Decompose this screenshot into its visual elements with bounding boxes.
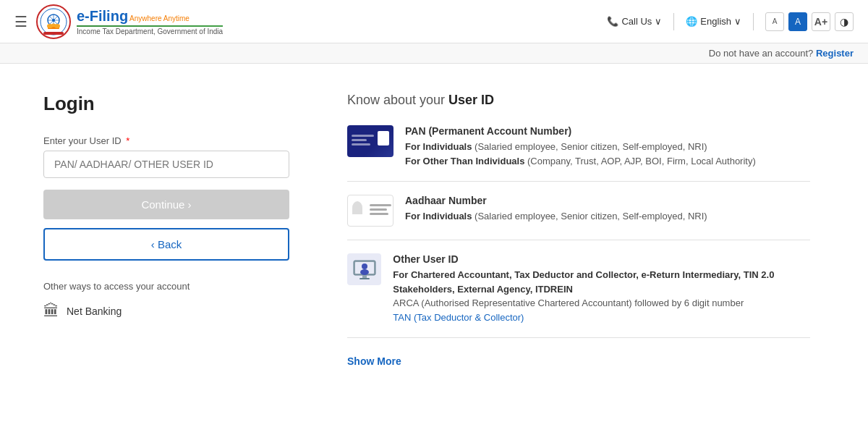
svg-point-15 <box>362 263 367 269</box>
other-user-for-label: For Chartered Accountant, Tax Deductor a… <box>393 269 774 295</box>
net-banking-item[interactable]: 🏛 Net Banking <box>43 302 289 321</box>
show-more-link[interactable]: Show More <box>347 355 401 367</box>
globe-icon: 🌐 <box>686 16 697 27</box>
bank-icon: 🏛 <box>43 302 59 321</box>
net-banking-label: Net Banking <box>67 305 122 317</box>
svg-rect-17 <box>362 275 367 278</box>
font-controls: A A A+ ◑ <box>765 12 854 31</box>
language-selector[interactable]: 🌐 English ∨ <box>686 16 741 27</box>
top-navigation-bar: ☰ <box>0 0 868 43</box>
other-user-line3: TAN (Tax Deductor & Collector) <box>393 311 810 325</box>
efiling-gov-label: Income Tax Department, Government of Ind… <box>77 28 223 35</box>
header-left: ☰ <box>14 4 223 39</box>
aadhaar-line1: For Individuals (Salaried employee, Seni… <box>405 209 707 224</box>
aadhaar-info-text: Aadhaar Number For Individuals (Salaried… <box>405 195 707 224</box>
divider-2 <box>753 13 754 30</box>
contrast-button[interactable]: ◑ <box>835 12 854 31</box>
pan-heading: PAN (Permanent Account Number) <box>405 125 756 137</box>
other-user-info-text: Other User ID For Chartered Accountant, … <box>393 253 810 324</box>
svg-rect-18 <box>359 278 370 279</box>
aadhaar-info-item: Aadhaar Number For Individuals (Salaried… <box>347 195 810 240</box>
pan-for-individuals: For Individuals <box>405 141 472 152</box>
efiling-brand: e-Filing Anywhere Anytime Income Tax Dep… <box>77 8 223 35</box>
pan-info-text: PAN (Permanent Account Number) For Indiv… <box>405 125 756 168</box>
info-title-prefix: Know about your <box>347 93 448 107</box>
sub-bar: Do not have an account? Register <box>0 43 868 64</box>
aadhaar-heading: Aadhaar Number <box>405 195 707 206</box>
logo-area: e-Filing Anywhere Anytime Income Tax Dep… <box>36 4 223 39</box>
login-title: Login <box>43 93 289 115</box>
info-panel-title: Know about your User ID <box>347 93 810 108</box>
emblem-icon <box>36 4 71 39</box>
aadhaar-for-individuals: For Individuals <box>405 211 472 222</box>
efiling-underline <box>77 25 223 27</box>
register-link[interactable]: Register <box>816 48 854 59</box>
main-content: Login Enter your User ID * Continue › ‹ … <box>0 64 854 396</box>
pan-card-icon <box>347 125 393 157</box>
user-id-input[interactable] <box>43 151 289 178</box>
header-right: 📞 Call Us ∨ 🌐 English ∨ A A A+ ◑ <box>607 12 854 31</box>
pan-for-individuals-rest: (Salaried employee, Senior citizen, Self… <box>475 141 707 152</box>
info-panel: Know about your User ID PAN (Permanent A… <box>347 93 810 367</box>
other-user-info-item: Other User ID For Chartered Accountant, … <box>347 253 810 338</box>
user-id-label: Enter your User ID * <box>43 135 289 146</box>
efiling-word-label: e-Filing <box>77 8 128 25</box>
pan-for-others-rest: (Company, Trust, AOP, AJP, BOI, Firm, Lo… <box>527 156 756 166</box>
pan-line1: For Individuals (Salaried employee, Seni… <box>405 140 756 154</box>
no-account-message: Do not have an account? <box>709 48 814 59</box>
other-user-line1: For Chartered Accountant, Tax Deductor a… <box>393 268 810 296</box>
call-us-button[interactable]: 📞 Call Us ∨ <box>607 16 662 27</box>
svg-point-12 <box>51 23 56 27</box>
back-button[interactable]: ‹ Back <box>43 228 289 261</box>
svg-rect-9 <box>43 32 64 35</box>
pan-info-item: PAN (Permanent Account Number) For Indiv… <box>347 125 810 182</box>
phone-icon: 📞 <box>607 16 618 27</box>
svg-point-16 <box>360 269 369 275</box>
other-user-icon <box>347 253 381 285</box>
hamburger-menu[interactable]: ☰ <box>14 13 27 30</box>
call-us-label: Call Us <box>621 16 652 27</box>
pan-line2: For Other Than Individuals (Company, Tru… <box>405 154 756 169</box>
continue-button[interactable]: Continue › <box>43 190 289 219</box>
other-user-line2: ARCA (Authorised Representative Chartere… <box>393 296 810 311</box>
call-chevron-icon: ∨ <box>655 16 662 27</box>
pan-for-others: For Other Than Individuals <box>405 156 524 166</box>
font-default-button[interactable]: A <box>788 12 807 31</box>
language-label: English <box>700 16 731 27</box>
language-chevron-icon: ∨ <box>734 16 741 27</box>
info-title-bold: User ID <box>448 93 494 107</box>
other-user-heading: Other User ID <box>393 253 810 265</box>
login-panel: Login Enter your User ID * Continue › ‹ … <box>43 93 289 367</box>
efiling-tagline: Anywhere Anytime <box>129 14 190 22</box>
aadhaar-for-individuals-rest: (Salaried employee, Senior citizen, Self… <box>475 211 707 222</box>
font-decrease-button[interactable]: A <box>765 12 784 31</box>
required-star: * <box>126 135 129 146</box>
other-ways-title: Other ways to access your account <box>43 281 289 292</box>
font-increase-button[interactable]: A+ <box>812 12 830 31</box>
divider-1 <box>673 13 674 30</box>
aadhaar-card-icon <box>347 195 393 227</box>
